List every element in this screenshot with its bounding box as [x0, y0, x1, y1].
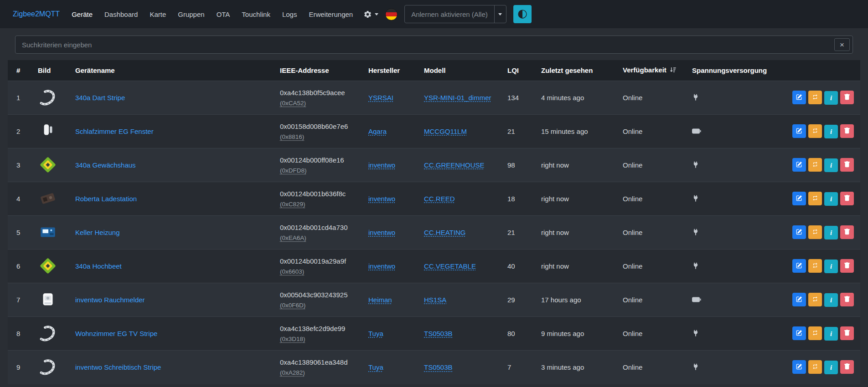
reconfigure-button[interactable]	[808, 326, 822, 340]
permit-join-dropdown[interactable]	[494, 5, 506, 23]
network-address[interactable]: (0x8816)	[280, 133, 304, 140]
rename-button[interactable]	[792, 259, 806, 273]
device-name-link[interactable]: inventwo Schreibtisch Stripe	[75, 363, 161, 371]
nav-item-gruppen[interactable]: Gruppen	[172, 6, 210, 23]
network-address[interactable]: (0xC829)	[280, 201, 305, 208]
german-flag-icon[interactable]	[385, 8, 398, 20]
vendor-link[interactable]: inventwo	[368, 195, 395, 203]
nav-item-logs[interactable]: Logs	[276, 6, 303, 23]
device-name-link[interactable]: Roberta Ladestation	[75, 195, 137, 203]
device-info-button[interactable]: i	[824, 91, 838, 105]
column-header-verf-gbarkeit[interactable]: Verfügbarkeit	[618, 60, 687, 81]
model-link[interactable]: MCCGQ11LM	[424, 127, 467, 135]
device-info-button[interactable]: i	[824, 361, 838, 374]
vendor-link[interactable]: Aqara	[368, 127, 387, 135]
model-link[interactable]: CC.HEATING	[424, 229, 465, 236]
device-name-link[interactable]: Schlafzimmer EG Fenster	[75, 127, 154, 135]
lqi-value: 21	[503, 115, 537, 148]
network-address[interactable]: (0xCA52)	[280, 100, 306, 107]
model-link[interactable]: HS1SA	[424, 296, 446, 304]
device-name-link[interactable]: inventwo Rauchmelder	[75, 296, 145, 304]
reconfigure-button[interactable]	[808, 158, 822, 172]
column-header-hersteller[interactable]: Hersteller	[364, 60, 419, 81]
column-header-ieee-addresse[interactable]: IEEE-Addresse	[275, 60, 364, 81]
device-name-link[interactable]: Keller Heizung	[75, 229, 120, 236]
nav-item-erweiterungen[interactable]: Erweiterungen	[303, 6, 359, 23]
column-header-spannungsversorgung[interactable]: Spannungsversorgung	[687, 60, 770, 81]
device-info-button[interactable]: i	[824, 192, 838, 206]
remove-button[interactable]	[840, 192, 854, 205]
device-name-link[interactable]: 340a Gewächshaus	[75, 161, 136, 169]
vendor-link[interactable]: Heiman	[368, 296, 392, 304]
model-link[interactable]: CC.GREENHOUSE	[424, 161, 485, 169]
reconfigure-button[interactable]	[808, 192, 822, 205]
network-address[interactable]: (0xEA6A)	[280, 234, 306, 241]
reconfigure-button[interactable]	[808, 91, 822, 104]
search-clear-button[interactable]: ×	[834, 38, 850, 51]
remove-button[interactable]	[840, 326, 854, 340]
network-address[interactable]: (0xA282)	[280, 369, 305, 376]
device-info-button[interactable]: i	[824, 260, 838, 273]
device-info-button[interactable]: i	[824, 226, 838, 239]
settings-dropdown[interactable]	[363, 10, 378, 19]
model-link[interactable]: YSR-MINI-01_dimmer	[424, 94, 491, 102]
permit-join-button[interactable]: Anlernen aktivieren (Alle)	[405, 5, 494, 23]
theme-toggle-button[interactable]	[513, 5, 532, 23]
vendor-link[interactable]: Tuya	[368, 363, 383, 371]
vendor-link[interactable]: YSRSAI	[368, 94, 393, 102]
column-header-modell[interactable]: Modell	[419, 60, 503, 81]
search-input[interactable]	[16, 41, 834, 49]
network-address[interactable]: (0x6603)	[280, 268, 304, 275]
column-header-bild[interactable]: Bild	[33, 60, 71, 81]
device-info-button[interactable]: i	[824, 293, 838, 307]
remove-button[interactable]	[840, 225, 854, 239]
model-link[interactable]: CC.REED	[424, 195, 455, 203]
network-address[interactable]: (0xDFD8)	[280, 167, 307, 174]
column-header-actions[interactable]	[770, 60, 860, 81]
remove-button[interactable]	[840, 124, 854, 138]
device-name-link[interactable]: 340a Hochbeet	[75, 262, 122, 270]
remove-button[interactable]	[840, 158, 854, 172]
reconfigure-button[interactable]	[808, 124, 822, 138]
rename-button[interactable]	[792, 326, 806, 340]
remove-button[interactable]	[840, 91, 854, 104]
column-header-actions[interactable]: #	[8, 60, 33, 81]
model-link[interactable]: CC.VEGETABLE	[424, 262, 476, 270]
reconfigure-button[interactable]	[808, 360, 822, 374]
device-info-button[interactable]: i	[824, 125, 838, 138]
model-link[interactable]: TS0503B	[424, 330, 453, 337]
device-info-button[interactable]: i	[824, 158, 838, 172]
network-address[interactable]: (0x0F6D)	[280, 302, 305, 309]
rename-button[interactable]	[792, 124, 806, 138]
rename-button[interactable]	[792, 192, 806, 205]
device-name-link[interactable]: 340a Dart Stripe	[75, 94, 125, 102]
vendor-link[interactable]: inventwo	[368, 262, 395, 270]
reconfigure-button[interactable]	[808, 293, 822, 306]
vendor-link[interactable]: inventwo	[368, 229, 395, 236]
device-info-button[interactable]: i	[824, 327, 838, 341]
rename-button[interactable]	[792, 360, 806, 374]
rename-button[interactable]	[792, 91, 806, 104]
reconfigure-button[interactable]	[808, 259, 822, 273]
vendor-link[interactable]: inventwo	[368, 161, 395, 169]
nav-item-dashboard[interactable]: Dashboard	[98, 6, 144, 23]
remove-button[interactable]	[840, 360, 854, 374]
remove-button[interactable]	[840, 259, 854, 273]
rename-button[interactable]	[792, 158, 806, 172]
column-header-lqi[interactable]: LQI	[503, 60, 537, 81]
model-link[interactable]: TS0503B	[424, 363, 453, 371]
reconfigure-button[interactable]	[808, 225, 822, 239]
column-header-zuletzt-gesehen[interactable]: Zuletzt gesehen	[537, 60, 618, 81]
nav-item-ota[interactable]: OTA	[211, 6, 236, 23]
column-header-ger-tename[interactable]: Gerätename	[71, 60, 275, 81]
rename-button[interactable]	[792, 225, 806, 239]
nav-item-ger-te[interactable]: Geräte	[66, 6, 98, 23]
vendor-link[interactable]: Tuya	[368, 330, 383, 337]
rename-button[interactable]	[792, 293, 806, 306]
network-address[interactable]: (0x3D18)	[280, 336, 305, 342]
nav-item-karte[interactable]: Karte	[144, 6, 172, 23]
remove-button[interactable]	[840, 293, 854, 306]
device-name-link[interactable]: Wohnzimmer EG TV Stripe	[75, 330, 157, 337]
brand-link[interactable]: Zigbee2MQTT	[7, 10, 66, 18]
nav-item-touchlink[interactable]: Touchlink	[236, 6, 276, 23]
